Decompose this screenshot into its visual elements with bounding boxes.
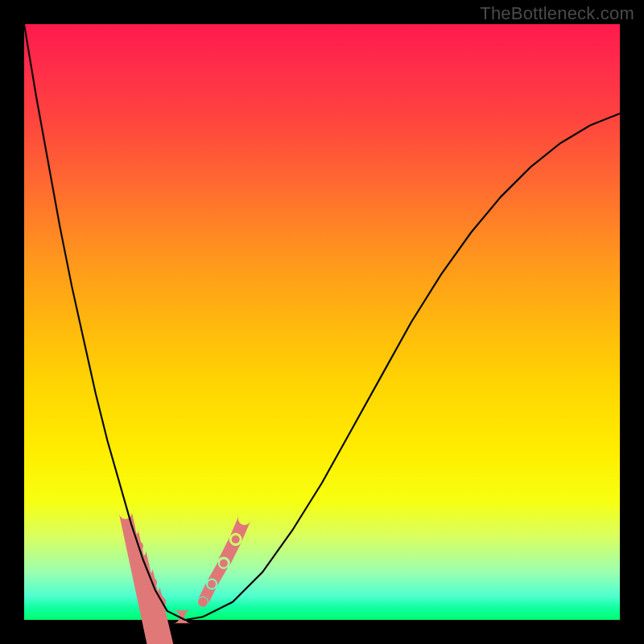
- blob-segment: [173, 610, 191, 623]
- blob-dot: [208, 580, 216, 588]
- outer-frame: TheBottleneck.com: [0, 0, 644, 644]
- blob-segment: [149, 586, 237, 644]
- v-curve: [24, 24, 620, 620]
- blob-dot: [232, 535, 240, 543]
- blob-dot: [220, 559, 228, 568]
- chart-svg: [24, 24, 620, 620]
- watermark-text: TheBottleneck.com: [480, 3, 634, 24]
- blob-dot: [198, 597, 208, 607]
- blobs-layer: [119, 511, 250, 644]
- plot-area: [24, 24, 620, 620]
